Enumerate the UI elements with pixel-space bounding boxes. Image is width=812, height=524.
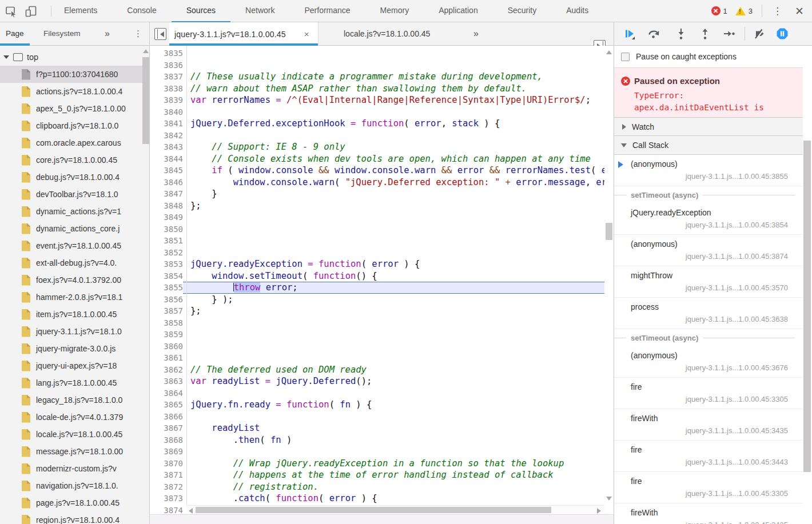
code-line[interactable]: 3862// The deferred used on DOM ready — [150, 364, 604, 376]
main-tab-console[interactable]: Console — [112, 0, 171, 22]
file-tree-item[interactable]: com.oracle.apex.carous — [0, 134, 142, 151]
call-stack-frame[interactable]: firejquery-3.1.1.js...1.0.00.45:3305 — [614, 472, 803, 503]
line-number[interactable]: 3858 — [150, 317, 183, 329]
warning-count[interactable]: 3 — [749, 7, 753, 15]
file-tree-item[interactable]: apex_5_0.js?v=18.1.0.00 — [0, 100, 142, 117]
call-stack-frame[interactable]: fireWithjquery-3.1.1.js...1.0.00.45:3435 — [614, 503, 803, 524]
code-line[interactable]: 3840 — [150, 106, 604, 118]
line-number[interactable]: 3845 — [150, 165, 183, 177]
code-line[interactable]: 3841jQuery.Deferred.exceptionHook = func… — [150, 118, 604, 130]
file-tree-item[interactable]: f?p=1100:10:37041680 — [0, 66, 142, 83]
file-tree-item[interactable]: ext-all-debug.js?v=4.0. — [0, 254, 142, 271]
call-stack-section-header[interactable]: Call Stack — [614, 136, 803, 155]
pause-on-exceptions-icon[interactable] — [775, 27, 789, 41]
main-tab-security[interactable]: Security — [493, 0, 552, 22]
code-line[interactable]: 3836 — [150, 59, 604, 71]
sidebar-more-menu[interactable]: ⋮ — [134, 29, 142, 39]
code-line[interactable]: 3850 — [150, 223, 604, 235]
call-stack-frame[interactable]: (anonymous)jquery-3.1.1.js...1.0.00.45:3… — [614, 155, 803, 186]
line-number[interactable]: 3870 — [150, 458, 183, 470]
call-stack-frame[interactable]: firejquery-3.1.1.js...1.0.00.45:3443 — [614, 441, 803, 472]
editor-tabs-overflow-icon[interactable]: » — [473, 29, 479, 39]
file-tree-item[interactable]: page.js?v=18.1.0.00.45 — [0, 494, 142, 511]
file-tree-item[interactable]: hammer-2.0.8.js?v=18.1 — [0, 289, 142, 306]
code-line[interactable]: 3853jQuery.readyException = function( er… — [150, 258, 604, 270]
more-options-menu[interactable]: ⋮ — [773, 5, 782, 17]
file-tree-item[interactable]: message.js?v=18.1.0.00 — [0, 443, 142, 460]
call-stack-frame[interactable]: (anonymous)jquery-3.1.1.js...1.0.00.45:3… — [614, 346, 803, 378]
file-tree-item[interactable]: locale-de.js?v=4.0.1.379 — [0, 409, 142, 426]
warning-badge-icon[interactable] — [735, 7, 746, 15]
device-toolbar-icon[interactable] — [25, 5, 37, 18]
code-line[interactable]: 3848}; — [150, 200, 604, 212]
code-line[interactable]: 3856 } ); — [150, 294, 604, 306]
code-editor[interactable]: 383538363837// These usually indicate a … — [150, 46, 614, 524]
pause-on-caught-checkbox[interactable] — [621, 53, 630, 61]
code-line[interactable]: 3839var rerrorNames = /^(Eval|Internal|R… — [150, 94, 604, 106]
file-tree-item[interactable]: actions.js?v=18.1.0.00.4 — [0, 83, 142, 100]
step-into-icon[interactable] — [674, 27, 688, 41]
editor-scroll-down-icon[interactable] — [606, 497, 612, 501]
line-number[interactable]: 3864 — [150, 387, 183, 399]
code-line[interactable]: 3861 — [150, 352, 604, 364]
editor-vscroll-thumb[interactable] — [606, 223, 612, 240]
line-number[interactable]: 3850 — [150, 223, 183, 235]
code-line[interactable]: 3845 if ( window.console && window.conso… — [150, 165, 604, 177]
code-line[interactable]: 3858 — [150, 317, 604, 329]
file-tree-item[interactable]: debug.js?v=18.1.0.00.4 — [0, 169, 142, 186]
line-number[interactable]: 3860 — [150, 341, 183, 353]
line-number[interactable]: 3842 — [150, 130, 183, 142]
code-line[interactable]: 3860 — [150, 341, 604, 353]
file-tree-item[interactable]: foex.js?v=4.0.1.3792.00 — [0, 271, 142, 289]
close-devtools-button[interactable]: ✕ — [795, 5, 804, 18]
file-tree-item[interactable]: dynamic_actions_core.j — [0, 220, 142, 237]
sidebar-tab-page[interactable]: Page — [0, 22, 30, 46]
editor-tab-locale[interactable]: locale.js?v=18.1.0.00.45 — [332, 22, 441, 45]
line-number[interactable]: 3871 — [150, 469, 183, 481]
code-line[interactable]: 3842 — [150, 130, 604, 142]
file-tree-item[interactable]: item.js?v=18.1.0.00.45 — [0, 306, 142, 323]
file-tree-item[interactable]: jquery-migrate-3.0.0.js — [0, 340, 142, 357]
line-number[interactable]: 3857 — [150, 305, 183, 317]
file-tree-item[interactable]: clipboard.js?v=18.1.0.0 — [0, 117, 142, 134]
deactivate-breakpoints-icon[interactable] — [753, 27, 766, 41]
line-number[interactable]: 3872 — [150, 481, 183, 493]
main-tab-elements[interactable]: Elements — [49, 0, 112, 22]
code-line[interactable]: 3851 — [150, 235, 604, 247]
sidebar-tabs-overflow-icon[interactable]: » — [105, 29, 110, 39]
sidebar-tab-filesystem[interactable]: Filesystem — [38, 22, 86, 46]
step-icon[interactable] — [722, 27, 736, 41]
file-tree-item[interactable]: legacy_18.js?v=18.1.0.0 — [0, 391, 142, 409]
watch-section-header[interactable]: Watch — [614, 117, 803, 136]
editor-hscroll-thumb[interactable] — [196, 507, 551, 513]
editor-scroll-up-icon[interactable] — [606, 50, 612, 54]
file-tree-item[interactable]: jquery-ui-apex.js?v=18 — [0, 357, 142, 374]
code-line[interactable]: 3866 — [150, 411, 604, 423]
code-line[interactable]: 3873 .catch( function( error ) { — [150, 493, 604, 505]
code-line[interactable]: 3846 window.console.warn( "jQuery.Deferr… — [150, 177, 604, 189]
code-line[interactable]: 3854 window.setTimeout( function() { — [150, 270, 604, 282]
code-line[interactable]: 3849 — [150, 211, 604, 223]
line-number[interactable]: 3841 — [150, 118, 183, 130]
code-line[interactable]: 3837// These usually indicate a programm… — [150, 71, 604, 83]
line-number[interactable]: 3859 — [150, 329, 183, 341]
file-tree-item[interactable]: navigation.js?v=18.1.0. — [0, 477, 142, 494]
main-tab-sources[interactable]: Sources — [172, 0, 230, 22]
resume-script-icon[interactable] — [622, 27, 636, 41]
line-number[interactable]: 3838 — [150, 83, 183, 95]
code-line[interactable]: 3867 readyList — [150, 422, 604, 434]
line-number[interactable]: 3855 — [150, 282, 183, 294]
main-tab-network[interactable]: Network — [230, 0, 289, 22]
line-number[interactable]: 3846 — [150, 177, 183, 189]
sidebar-editor-divider[interactable] — [149, 22, 150, 524]
debugger-scrollbar[interactable] — [803, 141, 811, 472]
call-stack-frame[interactable]: mightThrowjquery-3.1.1.js...1.0.00.45:35… — [614, 266, 803, 298]
code-line[interactable]: 3872 // registration. — [150, 481, 604, 493]
line-number[interactable]: 3840 — [150, 106, 183, 118]
call-stack-frame[interactable]: fireWithjquery-3.1.1.js...1.0.00.45:3435 — [614, 409, 803, 441]
code-line[interactable]: 3835 — [150, 47, 604, 59]
line-number[interactable]: 3836 — [150, 59, 183, 71]
call-stack-frame[interactable]: jQuery.readyExceptionjquery-3.1.1.js...1… — [614, 203, 803, 235]
code-line[interactable]: 3843 // Support: IE 8 - 9 only — [150, 141, 604, 153]
line-number[interactable]: 3865 — [150, 399, 183, 411]
